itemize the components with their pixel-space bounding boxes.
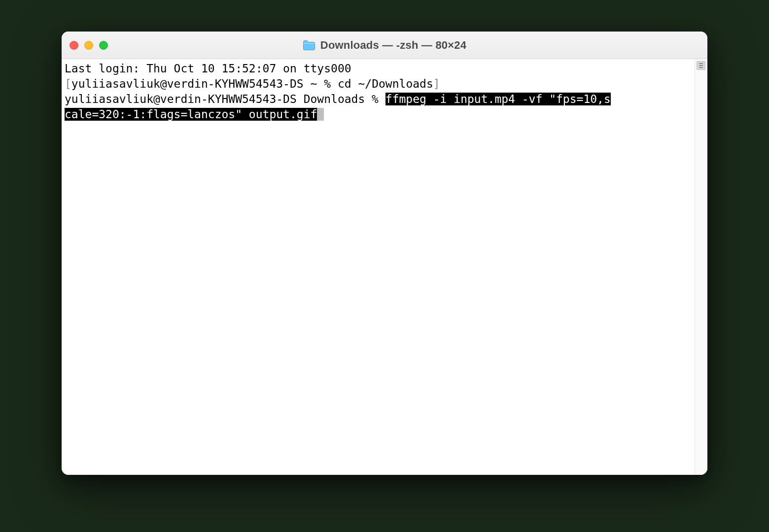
last-login-line: Last login: Thu Oct 10 15:52:07 on ttys0…	[65, 62, 351, 75]
close-button[interactable]	[70, 41, 78, 50]
scrollbar-handle[interactable]	[697, 61, 705, 70]
folder-icon	[303, 40, 315, 51]
terminal-cursor	[317, 108, 324, 121]
prompt-open-bracket: [	[65, 77, 71, 90]
prompt-line-2: yuliiasavliuk@verdin-KYHWW54543-DS Downl…	[65, 93, 385, 105]
terminal-output[interactable]: Last login: Thu Oct 10 15:52:07 on ttys0…	[62, 59, 695, 475]
zoom-button[interactable]	[99, 41, 108, 50]
minimize-button[interactable]	[84, 41, 93, 50]
window-titlebar[interactable]: Downloads — -zsh — 80×24	[62, 32, 707, 59]
prompt-close-bracket: ]	[433, 77, 440, 90]
command-2-selection-part-b: cale=320:-1:flags=lanczos" output.gif	[65, 108, 317, 121]
traffic-lights	[70, 41, 108, 50]
command-2-selection-part-a: ffmpeg -i input.mp4 -vf "fps=10,s	[385, 93, 611, 105]
scrollbar-track[interactable]	[695, 59, 707, 475]
command-1: cd ~/Downloads	[338, 77, 433, 90]
window-title: Downloads — -zsh — 80×24	[320, 39, 466, 52]
prompt-line-1: yuliiasavliuk@verdin-KYHWW54543-DS ~ %	[71, 77, 338, 90]
terminal-window: Downloads — -zsh — 80×24 Last login: Thu…	[62, 32, 707, 475]
